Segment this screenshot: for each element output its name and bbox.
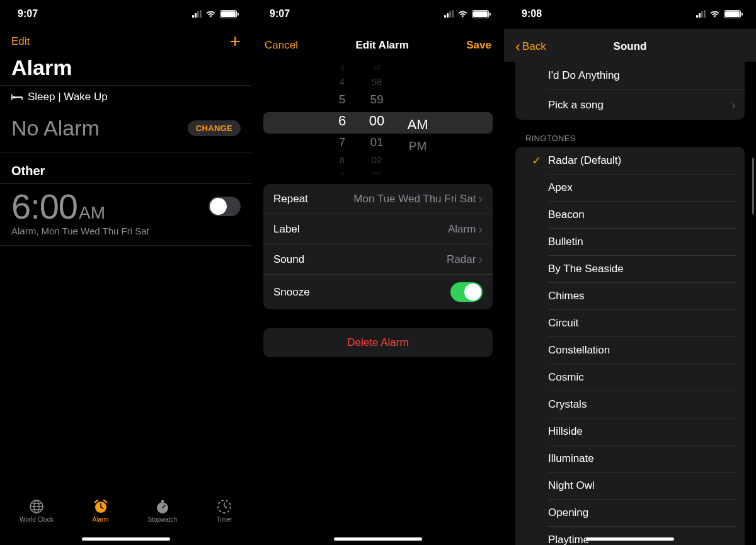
- change-button[interactable]: CHANGE: [188, 120, 241, 136]
- alarm-icon: [93, 498, 109, 515]
- picker-minutes[interactable]: 57 58 59 00 01 02 03: [364, 62, 389, 175]
- ringtone-row[interactable]: Constellation: [515, 337, 745, 364]
- pick-song-row[interactable]: Pick a song›: [548, 90, 745, 120]
- wifi-icon: [709, 10, 720, 18]
- ringtone-row[interactable]: Cosmic: [515, 364, 745, 391]
- status-time: 9:07: [18, 8, 38, 20]
- ringtone-row[interactable]: Illuminate: [515, 445, 745, 473]
- wifi-icon: [457, 10, 468, 18]
- status-icons: [192, 10, 237, 18]
- sleep-section-label: Sleep | Wake Up: [28, 91, 108, 103]
- ringtones-list: ✓Radar (Default)ApexBeaconBulletinBy The…: [515, 147, 745, 545]
- songs-list: I'd Do Anything Pick a song›: [515, 62, 745, 120]
- no-alarm-row: No Alarm CHANGE: [0, 108, 252, 152]
- add-alarm-button[interactable]: +: [229, 32, 241, 51]
- status-time: 9:08: [522, 8, 542, 20]
- stopwatch-icon: [155, 499, 170, 514]
- sound-title: Sound: [614, 40, 647, 53]
- status-bar: 9:07: [0, 0, 252, 28]
- ringtone-name: Illuminate: [548, 452, 736, 473]
- battery-icon: [220, 10, 237, 18]
- ringtone-name: Apex: [548, 181, 736, 202]
- ringtone-name: Crystals: [548, 398, 736, 418]
- svg-rect-7: [161, 500, 164, 502]
- ringtone-row[interactable]: Beacon: [515, 202, 745, 229]
- sound-row[interactable]: Sound Radar›: [263, 244, 493, 275]
- no-alarm-text: No Alarm: [11, 116, 100, 141]
- snooze-row: Snooze: [263, 275, 493, 309]
- alarm-item[interactable]: 6:00 AM Alarm, Mon Tue Wed Thu Fri Sat: [0, 184, 252, 246]
- checkmark-icon: ✓: [524, 154, 548, 168]
- status-time: 9:07: [270, 8, 290, 20]
- ringtone-row[interactable]: ✓Radar (Default): [515, 147, 745, 175]
- ringtone-name: Bulletin: [548, 236, 736, 256]
- modal-title: Edit Alarm: [355, 39, 408, 52]
- time-picker[interactable]: 3 4 5 6 7 8 9 57 58 59 00 01 02 03 AM PM: [263, 62, 493, 175]
- signal-icon: [444, 10, 454, 18]
- globe-icon: [29, 499, 44, 514]
- ringtone-name: Chimes: [548, 290, 736, 310]
- ringtone-name: Constellation: [548, 344, 736, 364]
- tab-world-clock[interactable]: World Clock: [20, 498, 54, 523]
- ringtone-row[interactable]: Hillside: [515, 418, 745, 445]
- home-indicator[interactable]: [334, 537, 422, 541]
- ringtone-row[interactable]: By The Seaside: [515, 256, 745, 283]
- ringtone-row[interactable]: Circuit: [515, 310, 745, 337]
- tab-alarm[interactable]: Alarm: [93, 498, 109, 523]
- ringtone-row[interactable]: Bulletin: [515, 229, 745, 256]
- edit-alarm-screen: 9:07 Cancel Edit Alarm Save 3 4 5 6 7 8 …: [252, 0, 504, 545]
- ringtone-row[interactable]: Chimes: [515, 283, 745, 310]
- ringtone-name: Radar (Default): [548, 154, 736, 175]
- ringtone-row[interactable]: Apex: [515, 175, 745, 202]
- status-bar: 9:07: [252, 0, 504, 28]
- cancel-button[interactable]: Cancel: [265, 39, 298, 52]
- home-indicator[interactable]: [82, 537, 170, 541]
- wifi-icon: [205, 10, 216, 18]
- label-row[interactable]: Label Alarm›: [263, 214, 493, 244]
- tab-timer[interactable]: Timer: [216, 498, 232, 523]
- ringtone-name: Opening: [548, 507, 736, 527]
- repeat-row[interactable]: Repeat Mon Tue Wed Thu Fri Sat›: [263, 184, 493, 214]
- picker-hours[interactable]: 3 4 5 6 7 8 9: [329, 62, 355, 175]
- snooze-toggle[interactable]: [450, 282, 483, 302]
- bed-icon: [11, 93, 23, 101]
- picker-ampm[interactable]: AM PM: [405, 112, 430, 175]
- chevron-left-icon: ‹: [515, 39, 520, 54]
- status-bar: 9:08: [504, 0, 756, 28]
- edit-button[interactable]: Edit: [11, 35, 30, 48]
- battery-icon: [724, 10, 741, 18]
- sleep-section-header: Sleep | Wake Up: [0, 85, 252, 108]
- save-button[interactable]: Save: [466, 39, 491, 52]
- alarm-settings-list: Repeat Mon Tue Wed Thu Fri Sat› Label Al…: [263, 184, 493, 309]
- ringtone-row[interactable]: Night Owl: [515, 473, 745, 500]
- status-icons: [444, 10, 489, 18]
- signal-icon: [696, 10, 706, 18]
- sound-nav: ‹ Back Sound: [504, 29, 756, 62]
- ringtone-name: Hillside: [548, 425, 736, 445]
- ringtone-name: Circuit: [548, 317, 736, 337]
- page-title: Alarm: [0, 53, 252, 85]
- alarm-subtitle: Alarm, Mon Tue Wed Thu Fri Sat: [11, 226, 241, 236]
- alarm-toggle[interactable]: [209, 197, 241, 216]
- ringtone-row[interactable]: Opening: [515, 500, 745, 527]
- battery-icon: [472, 10, 489, 18]
- scroll-indicator[interactable]: [752, 158, 754, 214]
- timer-icon: [217, 499, 232, 514]
- alarm-list-screen: 9:07 Edit + Alarm Sleep | Wake Up No Ala…: [0, 0, 252, 545]
- other-section-header: Other: [0, 152, 252, 184]
- chevron-right-icon: ›: [731, 98, 736, 112]
- alarm-time: 6:00 AM: [11, 189, 241, 224]
- modal-nav: Cancel Edit Alarm Save: [252, 29, 504, 59]
- chevron-right-icon: ›: [478, 192, 483, 206]
- ringtone-row[interactable]: Crystals: [515, 391, 745, 418]
- status-icons: [696, 10, 741, 18]
- delete-alarm-button[interactable]: Delete Alarm: [263, 328, 493, 357]
- ringtone-name: Cosmic: [548, 371, 736, 391]
- back-button[interactable]: ‹ Back: [515, 39, 546, 54]
- ringtones-header: Ringtones: [504, 120, 756, 147]
- song-row[interactable]: I'd Do Anything: [548, 62, 745, 90]
- tab-stopwatch[interactable]: Stopwatch: [147, 498, 177, 523]
- home-indicator[interactable]: [586, 537, 674, 541]
- chevron-right-icon: ›: [478, 222, 483, 236]
- ringtone-row[interactable]: Playtime: [515, 527, 745, 545]
